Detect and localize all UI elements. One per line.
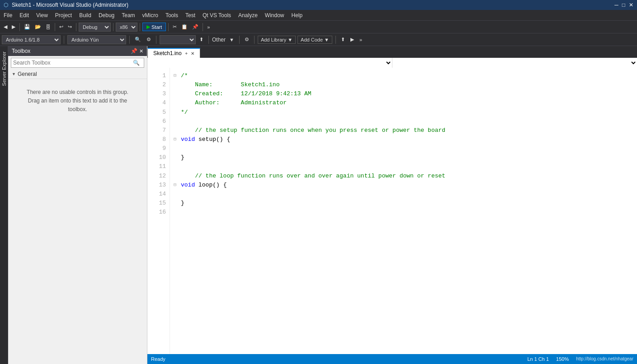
menu-qtvs[interactable]: Qt VS Tools [199,10,235,20]
toolbox-general-header[interactable]: ▼ General [8,70,147,79]
toolbar-more[interactable]: » [205,23,212,31]
play-btn[interactable]: ▶ [349,36,356,43]
open-btn[interactable]: 📂 [33,23,43,31]
vs-logo: ⬡ [4,2,8,8]
side-tab: Server Explorer [0,46,8,364]
platform-dropdown[interactable]: x86 x64 [116,23,137,32]
title-bar: ⬡ Sketch1 - Microsoft Visual Studio (Adm… [0,0,637,10]
code-line-11 [174,162,637,171]
code-editor: 1 2 3 4 5 6 7 8 9 10 11 12 13 14 15 16 [147,68,637,354]
toolbox-header: Toolbox 📌 ✕ [8,46,147,56]
menu-edit[interactable]: Edit [16,10,33,20]
tab-close-btn[interactable]: ✕ [191,51,194,56]
cut-btn[interactable]: ✂ [171,23,179,31]
menu-project[interactable]: Project [52,10,75,20]
code-line-7: // the setup function runs once when you… [174,126,637,135]
forward-btn[interactable]: ▶ [10,23,17,31]
add-code-btn[interactable]: Add Code ▼ [297,36,332,44]
toolbox-empty-message: There are no usable controls in this gro… [8,79,147,123]
status-left: Ready [151,356,165,362]
toolbar: ◀ ▶ 💾 📂 🗄 ↩ ↪ Debug Release x86 x64 ▶ St… [0,21,637,33]
save-btn[interactable]: 💾 [22,23,32,31]
menu-window[interactable]: Window [261,10,288,20]
code-line-15: } [174,199,637,208]
menu-help[interactable]: Help [288,10,307,20]
menu-test[interactable]: Test [182,10,199,20]
toolbox-title: Toolbox [12,48,30,54]
nav-scope-dropdown[interactable] [147,58,392,68]
code-line-13: ⊟ void loop() { [174,181,637,190]
tabs-bar: Sketch1.ino ✦ ✕ [147,46,637,58]
code-line-5: */ [174,108,637,117]
menu-build[interactable]: Build [75,10,95,20]
debug-mode-dropdown[interactable]: Debug Release [79,23,111,32]
port-dropdown[interactable]: Arduino Yün [67,35,126,44]
menu-analyze[interactable]: Analyze [235,10,261,20]
fold-8[interactable]: ⊟ [174,136,179,143]
code-line-1: ⊟ /* [174,71,637,80]
search-board-btn[interactable]: 🔍 [133,36,143,43]
watermark: http://blog.csdn.net/nhatgear [576,356,633,362]
gear-btn[interactable]: ⚙ [243,36,251,43]
menu-debug[interactable]: Debug [95,10,118,20]
tab-label: Sketch1.ino [153,50,182,56]
nav-member-dropdown[interactable] [392,58,637,68]
menu-bar: File Edit View Project Build Debug Team … [0,10,637,21]
upload-btn[interactable]: ⬆ [198,36,205,43]
zoom-level: 150% [556,356,569,362]
server-explorer-tab[interactable]: Server Explorer [0,48,8,89]
other-dropdown-btn[interactable]: ▼ [227,36,236,43]
redo-btn[interactable]: ↪ [66,23,74,31]
toolbox-search-container[interactable]: 🔍 [11,58,144,68]
menu-tools[interactable]: Tools [162,10,182,20]
code-content[interactable]: ⊟ /* Name: Sketch1.ino Created: 12/1/201… [170,68,637,354]
close-btn[interactable]: ✕ [629,2,633,8]
start-label: Start [151,24,162,30]
minimize-btn[interactable]: ─ [614,2,618,8]
maximize-btn[interactable]: □ [622,2,625,8]
code-line-3: Created: 12/1/2018 9:42:13 AM [174,89,637,98]
board-settings-btn[interactable]: ⚙ [145,36,153,43]
general-label: General [18,71,37,77]
code-line-9 [174,144,637,153]
paste-btn[interactable]: 📌 [190,23,200,31]
status-bar: Ready Ln 1 Ch 1 150% http://blog.csdn.ne… [147,354,637,364]
menu-file[interactable]: File [0,10,16,20]
sketch-dropdown[interactable] [160,35,196,44]
toolbox-panel: Toolbox 📌 ✕ 🔍 ▼ General There are no usa… [8,46,147,364]
code-line-16 [174,208,637,217]
menu-team[interactable]: Team [118,10,138,20]
search-input[interactable] [13,60,133,66]
undo-btn[interactable]: ↩ [57,23,65,31]
code-line-12: // the loop function runs over and over … [174,172,637,181]
tab-pin-icon: ✦ [184,51,188,56]
nav-bar [147,58,637,68]
title-text: Sketch1 - Microsoft Visual Studio (Admin… [12,2,128,8]
status-right: Ln 1 Ch 1 150% http://blog.csdn.net/nhat… [527,356,633,362]
fold-1[interactable]: ⊟ [174,72,179,79]
back-btn[interactable]: ◀ [2,23,9,31]
copy-btn[interactable]: 📋 [179,23,189,31]
board-dropdown[interactable]: Arduino 1.6/1.8 [2,35,61,44]
code-line-4: Author: Administrator [174,98,637,107]
search-icon: 🔍 [133,60,140,66]
status-ready: Ready [151,356,165,362]
toolbox-close-btn[interactable]: ✕ [139,48,143,54]
save-all-btn[interactable]: 🗄 [44,23,52,31]
toolbox-pin-btn[interactable]: 📌 [131,48,137,54]
code-area: Sketch1.ino ✦ ✕ 1 2 3 4 5 6 7 [147,46,637,364]
fold-13[interactable]: ⊟ [174,182,179,189]
general-collapse-icon: ▼ [12,72,16,76]
arduino-toolbar: Arduino 1.6/1.8 Arduino Yün 🔍 ⚙ ⬆ Other … [0,33,637,46]
publish-btn[interactable]: ⬆ [339,36,347,43]
code-line-14 [174,190,637,199]
code-line-2: Name: Sketch1.ino [174,80,637,89]
more-arduino-btn[interactable]: » [358,36,364,43]
tab-sketch1[interactable]: Sketch1.ino ✦ ✕ [147,48,200,58]
add-library-btn[interactable]: Add Library ▼ [258,36,296,44]
code-line-8: ⊟ void setup() { [174,135,637,144]
menu-vmicro[interactable]: vMicro [139,10,162,20]
line-numbers: 1 2 3 4 5 6 7 8 9 10 11 12 13 14 15 16 [147,68,170,354]
start-button[interactable]: ▶ Start [142,23,166,31]
menu-view[interactable]: View [33,10,52,20]
